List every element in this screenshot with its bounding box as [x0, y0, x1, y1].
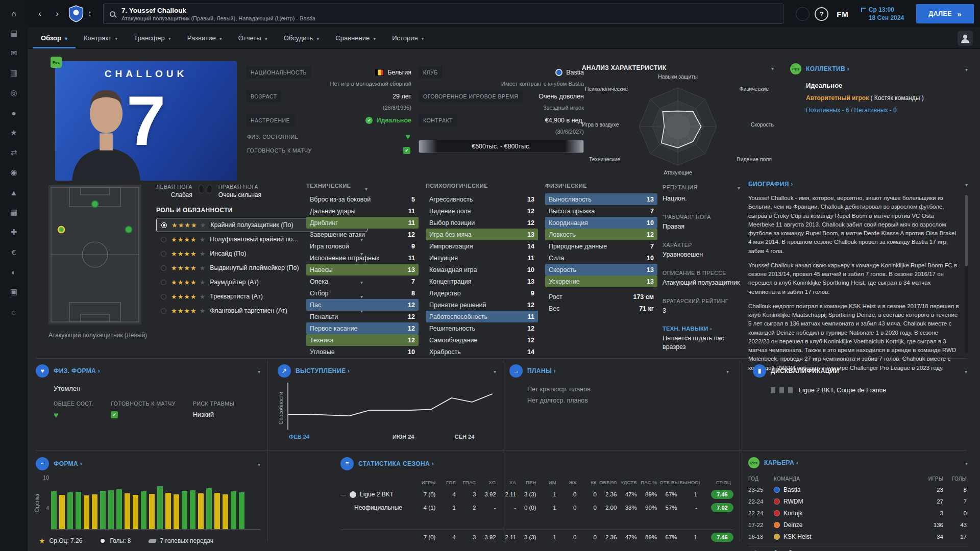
attribute-row[interactable]: Видение поля 12 — [426, 205, 538, 217]
attribute-row[interactable]: Самообладание 12 — [426, 334, 538, 346]
career-title-link[interactable]: КАРЬЕРА › — [764, 459, 798, 466]
form-bar[interactable] — [59, 495, 65, 529]
attribute-row[interactable]: Скорость 13 — [545, 264, 657, 276]
collapse-caret-icon[interactable] — [965, 180, 968, 189]
stats-column-header[interactable]: XG — [478, 480, 498, 485]
career-row[interactable]: 16-18 KSK Heist 34 17 — [748, 531, 968, 542]
attribute-row[interactable]: Концентрация 13 — [426, 276, 538, 287]
collapse-caret-icon[interactable] — [965, 64, 968, 73]
manager-avatar-button[interactable] — [958, 31, 973, 46]
cohesion-title-link[interactable]: КОЛЛЕКТИВ › — [806, 65, 849, 72]
career-row[interactable]: 23-25 Bastia 23 8 — [748, 484, 968, 495]
role-radio[interactable] — [161, 308, 166, 314]
form-bar[interactable] — [84, 495, 89, 529]
form-bar[interactable] — [76, 492, 81, 529]
club-vision-icon[interactable]: ▣ — [6, 285, 21, 299]
stats-column-header[interactable]: ГОЛ — [438, 480, 458, 485]
tab[interactable]: Обсудить — [276, 28, 328, 48]
tab[interactable]: Трансфер — [126, 28, 179, 48]
stats-column-header[interactable]: ВЫНОСЫ — [680, 480, 700, 485]
forward-button[interactable]: › — [51, 7, 63, 20]
tab[interactable]: Обзор — [33, 28, 76, 48]
form-bar[interactable] — [174, 494, 179, 529]
stats-column-header[interactable]: ЖК — [559, 480, 579, 485]
stats-column-header[interactable]: СР.ОЦ — [700, 480, 733, 485]
stats-column-header[interactable]: ОТБ.ВЫ.. — [659, 480, 679, 485]
continue-button[interactable]: ДАЛЕЕ » — [916, 4, 974, 23]
form-bar[interactable] — [125, 493, 130, 529]
competitions-icon[interactable]: ★ — [6, 126, 21, 140]
attribute-row[interactable]: Пенальти 12 — [306, 311, 419, 322]
attribute-row[interactable]: Храбрость 14 — [426, 346, 538, 358]
stats-row[interactable]: — Ligue 2 BKT 7 (0) 4 3 3.92 2.11 3 (3) … — [340, 488, 733, 501]
stats-column-header[interactable]: КК — [579, 480, 599, 485]
plans-title-link[interactable]: ПЛАНЫ › — [527, 367, 556, 374]
attribute-row[interactable]: Выносливость 13 — [545, 193, 657, 205]
attribute-row[interactable]: Координация 10 — [545, 217, 657, 229]
world-icon[interactable]: ◐ — [6, 265, 21, 279]
attribute-row[interactable]: Пас 12 — [306, 299, 419, 311]
biography-title-link[interactable]: БИОГРАФИЯ › — [748, 181, 793, 188]
attribute-row[interactable]: Первое касание 12 — [306, 322, 419, 334]
cycle-screens-button[interactable]: ▴ ▾ — [89, 10, 91, 17]
traits-link[interactable]: ТЕХН. НАВЫКИ › — [663, 325, 712, 332]
back-button[interactable]: ‹ — [34, 7, 46, 20]
attribute-row[interactable]: Природные данные 7 — [545, 240, 657, 252]
form-bar[interactable] — [100, 491, 106, 529]
form-bar[interactable] — [116, 489, 122, 529]
collapse-caret-icon[interactable] — [494, 366, 496, 375]
attribute-row[interactable]: Завершение атаки 12 — [306, 229, 419, 240]
fitness-title-link[interactable]: ФИЗ. ФОРМА › — [54, 367, 100, 374]
squad-icon[interactable]: ▥ — [6, 66, 21, 80]
club-icon[interactable]: ● — [6, 106, 21, 120]
attribute-row[interactable]: Лидерство 9 — [426, 287, 538, 299]
form-bar[interactable] — [133, 495, 138, 529]
form-bar[interactable] — [108, 490, 114, 529]
tab[interactable]: История — [384, 28, 432, 48]
attribute-row[interactable]: Работоспособность 11 — [426, 311, 538, 322]
attribute-row[interactable]: Выбор позиции 12 — [426, 217, 538, 229]
attribute-row[interactable]: Отбор 8 — [306, 287, 419, 299]
form-bar[interactable] — [182, 491, 187, 529]
tab[interactable]: Контракт — [76, 28, 126, 48]
career-row[interactable]: 22-24 Kortrijk 3 0 — [748, 507, 968, 519]
attribute-row[interactable]: Ловкость 12 — [545, 229, 657, 240]
positive-relations-link[interactable]: Позитивных - 6 — [806, 107, 849, 114]
role-radio[interactable] — [161, 294, 166, 299]
role-radio[interactable] — [161, 280, 166, 285]
career-row[interactable]: 17-22 Deinze 136 43 — [748, 519, 968, 531]
world-button[interactable] — [796, 7, 810, 21]
collapse-caret-icon[interactable] — [965, 366, 967, 375]
preferences-icon[interactable]: ☼ — [6, 305, 21, 319]
attribute-row[interactable]: Игра головой 9 — [306, 240, 419, 252]
club-crest-icon[interactable] — [68, 5, 84, 22]
attribute-row[interactable]: Сила 10 — [545, 252, 657, 264]
training-icon[interactable]: ▲ — [6, 185, 21, 199]
stats-column-header[interactable]: ПЕН — [519, 480, 538, 485]
club-value[interactable]: Bastia — [566, 69, 584, 76]
tactics-icon[interactable]: ◎ — [6, 86, 21, 100]
form-bar[interactable] — [67, 492, 73, 529]
attribute-row[interactable]: Ускорение 13 — [545, 276, 657, 287]
finances-icon[interactable]: € — [6, 245, 21, 259]
negative-relations-link[interactable]: Негативных - 0 — [854, 107, 897, 114]
form-bar[interactable] — [190, 490, 195, 529]
form-bar[interactable] — [223, 494, 228, 529]
performance-title-link[interactable]: ВЫСТУПЛЕНИЕ › — [296, 367, 350, 374]
stats-column-header[interactable]: ОБВ/90 — [599, 480, 619, 485]
tab[interactable]: Отчеты — [230, 28, 276, 48]
transfer-value-slider[interactable]: €500тыс. - €800тыс. — [419, 140, 584, 153]
form-bar[interactable] — [157, 486, 163, 529]
position-amr[interactable] — [125, 226, 132, 233]
form-bar[interactable] — [165, 493, 171, 529]
attribute-row[interactable]: Решительность 12 — [426, 322, 538, 334]
role-radio[interactable] — [161, 251, 166, 257]
nationality-value[interactable]: Бельгия — [387, 69, 411, 76]
career-row[interactable]: 22-24 RWDM 27 7 — [748, 495, 968, 507]
form-bar[interactable] — [141, 491, 146, 529]
collapse-caret-icon[interactable] — [258, 459, 260, 468]
form-bar[interactable] — [206, 488, 212, 529]
stats-column-header[interactable]: ИМ — [539, 480, 559, 485]
form-bar[interactable] — [239, 492, 244, 529]
collapse-caret-icon[interactable] — [965, 458, 968, 467]
